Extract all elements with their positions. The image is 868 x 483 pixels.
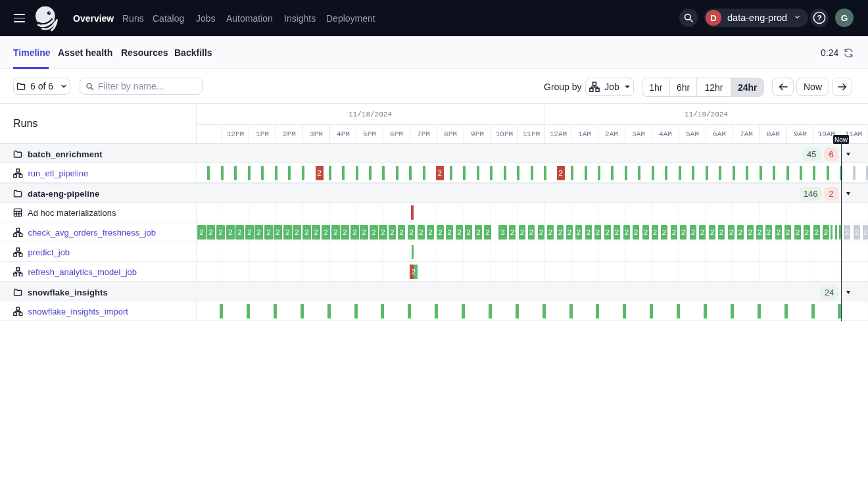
svg-text:?: ? [817,14,821,22]
